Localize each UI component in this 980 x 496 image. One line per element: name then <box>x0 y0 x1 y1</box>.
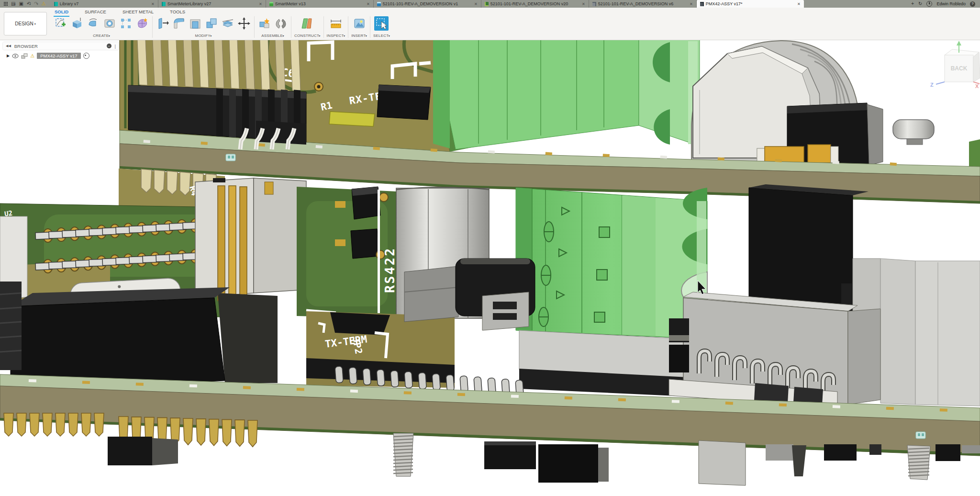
group-insert: INSERT ▾ <box>348 14 370 40</box>
gray-connector-box[interactable] <box>669 292 880 408</box>
undo-icon[interactable]: ↶▾ <box>27 0 31 8</box>
joint-icon[interactable] <box>274 16 288 31</box>
close-icon[interactable]: ✕ <box>578 2 585 6</box>
design-workspace-menu[interactable]: DESIGN▾ <box>4 12 47 35</box>
tab-smartmeterlibrary-v27[interactable]: SmartMeterLibrary v27✕ <box>158 0 266 8</box>
browser-panel: ◀◀ BROWSER − | ▶ ⚠ PMX42-ASSY v17 <box>3 42 119 59</box>
pcb-board-icon <box>485 2 489 6</box>
group-construct: CONSTRUCT ▾ <box>291 14 323 40</box>
warning-icon[interactable]: ⚠ <box>30 53 34 58</box>
collapse-panel-icon[interactable]: ◀◀ <box>6 44 11 48</box>
library-book-icon <box>54 2 58 6</box>
group-label-inspect[interactable]: INSPECT ▾ <box>327 34 345 38</box>
construct-plane-icon[interactable] <box>300 16 314 31</box>
close-icon[interactable]: ✕ <box>147 2 155 6</box>
group-label-select[interactable]: SELECT ▾ <box>373 34 390 38</box>
history-clock-icon[interactable] <box>926 1 932 7</box>
tab-library-v7[interactable]: Library v7✕ <box>51 0 158 8</box>
white-relay-box[interactable] <box>195 178 306 298</box>
close-icon[interactable]: ✕ <box>255 2 262 6</box>
ribbon-tab-strip: SOLID SURFACE SHEET METAL TOOLS <box>54 9 186 17</box>
tab-smartmeter-v13[interactable]: SmartMeter v13✕ <box>266 0 374 8</box>
group-assemble: ASSEMBLE ▾ <box>255 14 291 40</box>
library-book-icon <box>162 2 166 6</box>
heatsink-stack-left[interactable] <box>0 282 22 370</box>
pcb-sliver-right[interactable] <box>969 139 980 169</box>
assembly-root-item[interactable]: PMX42-ASSY v17 <box>37 53 80 59</box>
mounting-screw-1[interactable] <box>393 433 413 476</box>
terminal-block-lower[interactable] <box>516 188 707 341</box>
group-label-assemble[interactable]: ASSEMBLE ▾ <box>261 34 284 38</box>
group-modify: MODIFY ▾ <box>153 14 254 40</box>
shell-icon[interactable] <box>188 16 202 31</box>
section-marker[interactable] <box>226 154 235 161</box>
pattern-icon[interactable] <box>119 16 133 31</box>
dark-filler[interactable] <box>218 293 278 383</box>
svg-text:X: X <box>975 83 979 89</box>
user-name[interactable]: Edwin Robledo <box>936 1 966 6</box>
black-box-right[interactable] <box>749 184 869 311</box>
redo-icon[interactable]: ↷▾ <box>34 0 38 8</box>
group-label-insert[interactable]: INSERT ▾ <box>351 34 367 38</box>
tab-demoversion-v20[interactable]: 52101-101-REV-A_DEMOVERSION v20✕ <box>481 0 589 8</box>
close-icon[interactable]: ✕ <box>686 2 693 6</box>
terminal-block-upper[interactable] <box>433 40 700 152</box>
revolve-icon[interactable] <box>86 16 100 31</box>
extrude-icon[interactable] <box>70 16 84 31</box>
browser-root-row[interactable]: ▶ ⚠ PMX42-ASSY v17 <box>7 53 119 59</box>
create-sketch-icon[interactable] <box>54 16 68 31</box>
activate-component-icon[interactable] <box>83 53 89 59</box>
fusion360-window: { "titlebar": { "tabs": [ {"label": "Lib… <box>0 0 980 496</box>
tab-sheet-metal[interactable]: SHEET METAL <box>122 9 155 17</box>
spreadsheet-icon <box>269 2 273 6</box>
fillet-icon[interactable] <box>172 16 186 31</box>
close-icon[interactable]: ✕ <box>363 2 370 6</box>
browser-title: BROWSER <box>14 44 38 49</box>
insert-image-icon[interactable] <box>352 16 367 31</box>
viewcube-face-label[interactable]: BACK <box>951 65 968 72</box>
tab-tools[interactable]: TOOLS <box>169 9 186 17</box>
tab-demoversion-v1[interactable]: 52101-101-REV-A_DEMOVERSION v1✕ <box>374 0 481 8</box>
svg-text:Z: Z <box>930 82 934 88</box>
group-label-modify[interactable]: MODIFY ▾ <box>195 34 212 38</box>
silkscreen-rs422: RS422 <box>382 247 397 293</box>
create-form-icon[interactable] <box>135 16 149 31</box>
visibility-eye-icon[interactable] <box>12 54 19 58</box>
tab-surface[interactable]: SURFACE <box>84 9 107 17</box>
close-icon[interactable]: ✕ <box>470 2 478 6</box>
job-status-icon[interactable]: ↻ <box>918 0 922 8</box>
new-component-icon[interactable] <box>257 16 272 31</box>
group-inspect: INSPECT ▾ <box>324 14 348 40</box>
ribbon-toolbar: DESIGN▾ SOLID SURFACE SHEET METAL TOOLS … <box>0 8 980 40</box>
combine-icon[interactable] <box>204 16 219 31</box>
group-label-construct[interactable]: CONSTRUCT ▾ <box>294 34 321 38</box>
viewport-canvas[interactable]: C6 R1 RX-TERM <box>0 0 980 496</box>
move-copy-icon[interactable] <box>237 16 251 31</box>
save-icon[interactable]: ▣ <box>19 0 23 8</box>
center-green-pcb[interactable]: RS422 <box>297 187 399 318</box>
section-marker[interactable] <box>916 432 925 439</box>
assembly-icon <box>592 2 596 6</box>
group-label-create[interactable]: CREATE ▾ <box>93 34 110 38</box>
document-tabs: Library v7✕ SmartMeterLibrary v27✕ Smart… <box>51 0 907 8</box>
hole-icon[interactable] <box>102 16 117 31</box>
expand-arrow-icon[interactable]: ▶ <box>7 54 10 58</box>
tab-demoversion-v6[interactable]: 52101-101-REV-A_DEMOVERSION v6✕ <box>589 0 697 8</box>
new-tab-icon[interactable]: + <box>911 0 914 8</box>
select-tool-icon[interactable] <box>374 16 389 31</box>
app-grid-icon[interactable] <box>4 2 8 6</box>
notification-warning-icon[interactable]: ⚠ <box>42 0 46 8</box>
silkscreen-r1: R1 <box>320 99 334 113</box>
file-menu-icon[interactable]: ▤▾ <box>11 0 15 8</box>
scrollbar-handle[interactable]: | <box>115 44 116 49</box>
measure-icon[interactable] <box>329 16 343 31</box>
remove-icon[interactable]: − <box>107 44 111 48</box>
assembly-icon <box>700 2 704 6</box>
press-pull-icon[interactable] <box>156 16 170 31</box>
close-icon[interactable]: ✕ <box>793 2 801 6</box>
tab-solid[interactable]: SOLID <box>54 9 69 17</box>
tab-pmx42-assy-v17-active[interactable]: PMX42-ASSY v17*✕ <box>697 0 804 8</box>
mounting-screw-2[interactable] <box>907 445 930 480</box>
split-body-icon[interactable] <box>221 16 235 31</box>
help-icon[interactable]: ? <box>970 1 975 7</box>
